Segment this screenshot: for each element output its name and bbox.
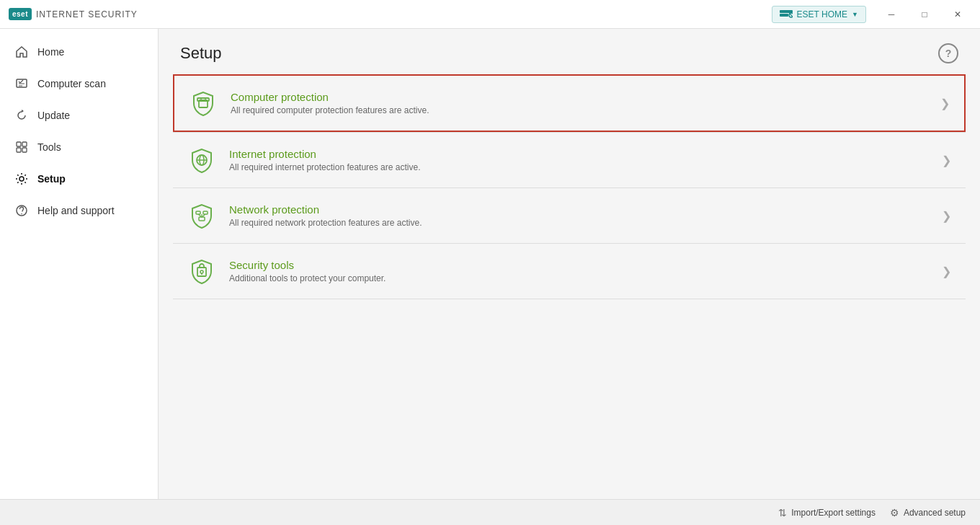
setup-items-list: Computer protection All required compute… xyxy=(159,74,980,299)
svg-point-11 xyxy=(21,213,22,215)
setup-item-security-text: Security tools Additional tools to prote… xyxy=(229,259,935,283)
help-circle-button[interactable]: ? xyxy=(938,43,958,63)
svg-point-9 xyxy=(19,177,24,181)
svg-line-3 xyxy=(790,14,793,17)
setup-item-network-title: Network protection xyxy=(229,203,935,216)
titlebar-left: eset INTERNET SECURITY xyxy=(9,8,138,20)
setup-item-computer-text: Computer protection All required compute… xyxy=(231,91,933,115)
svg-rect-20 xyxy=(196,211,200,214)
eset-logo: eset INTERNET SECURITY xyxy=(9,8,138,20)
tools-icon xyxy=(14,140,29,154)
computer-protection-arrow-icon: ❯ xyxy=(940,97,950,110)
shield-network-icon xyxy=(187,201,216,230)
sidebar-item-setup-label: Setup xyxy=(37,173,66,185)
sidebar-item-home-label: Home xyxy=(37,46,64,58)
import-export-label: Import/Export settings xyxy=(791,508,876,518)
setup-item-network-text: Network protection All required network … xyxy=(229,203,935,228)
svg-rect-7 xyxy=(17,148,21,152)
sidebar-item-scan-label: Computer scan xyxy=(37,78,106,89)
setup-item-security-desc: Additional tools to protect your compute… xyxy=(229,273,935,283)
content-header: Setup ? xyxy=(159,29,980,74)
eset-home-label: ESET HOME xyxy=(797,9,847,19)
svg-rect-5 xyxy=(17,142,21,146)
sidebar-item-tools[interactable]: Tools xyxy=(0,131,158,163)
import-export-button[interactable]: ⇅ Import/Export settings xyxy=(778,507,876,519)
network-protection-arrow-icon: ❯ xyxy=(942,209,951,223)
main-layout: Home Computer scan Update xyxy=(0,29,980,499)
internet-protection-arrow-icon: ❯ xyxy=(942,154,951,167)
setup-item-computer-protection[interactable]: Computer protection All required compute… xyxy=(173,74,966,132)
window-controls: ─ □ ✕ xyxy=(875,4,974,25)
setup-item-internet-protection[interactable]: Internet protection All required interne… xyxy=(173,133,966,188)
svg-rect-6 xyxy=(22,142,27,146)
titlebar: eset INTERNET SECURITY ESET HOME ▼ ─ □ ✕ xyxy=(0,0,980,29)
maximize-button[interactable]: □ xyxy=(908,4,941,25)
close-button[interactable]: ✕ xyxy=(941,4,974,25)
titlebar-right: ESET HOME ▼ ─ □ ✕ xyxy=(772,4,974,25)
update-icon xyxy=(14,108,29,123)
setup-item-computer-title: Computer protection xyxy=(231,91,933,103)
advanced-setup-label: Advanced setup xyxy=(904,508,966,518)
setup-item-network-desc: All required network protection features… xyxy=(229,218,935,228)
security-tools-arrow-icon: ❯ xyxy=(942,265,951,278)
eset-home-button[interactable]: ESET HOME ▼ xyxy=(772,6,866,23)
svg-point-26 xyxy=(200,270,203,273)
svg-rect-21 xyxy=(203,211,208,214)
sidebar-item-computer-scan[interactable]: Computer scan xyxy=(0,68,158,100)
logo-box: eset xyxy=(9,8,32,20)
sidebar-item-setup[interactable]: Setup xyxy=(0,163,158,195)
sidebar-item-help-label: Help and support xyxy=(37,205,115,216)
eset-home-icon xyxy=(780,10,793,19)
advanced-setup-icon: ⚙ xyxy=(890,507,899,519)
help-icon xyxy=(14,203,29,218)
sidebar-item-update-label: Update xyxy=(37,110,70,121)
sidebar-item-home[interactable]: Home xyxy=(0,36,158,68)
sidebar-item-help[interactable]: Help and support xyxy=(0,195,158,226)
shield-security-icon xyxy=(187,257,216,286)
sidebar-item-update[interactable]: Update xyxy=(0,100,158,131)
svg-rect-1 xyxy=(780,14,788,17)
setup-item-internet-text: Internet protection All required interne… xyxy=(229,148,935,172)
app-title: INTERNET SECURITY xyxy=(36,9,138,19)
page-title: Setup xyxy=(180,44,222,63)
advanced-setup-button[interactable]: ⚙ Advanced setup xyxy=(890,507,966,519)
setup-item-internet-title: Internet protection xyxy=(229,148,935,160)
svg-rect-25 xyxy=(197,268,206,276)
home-icon xyxy=(14,45,29,59)
scan-icon xyxy=(14,76,29,91)
setup-item-computer-desc: All required computer protection feature… xyxy=(231,105,933,115)
svg-rect-19 xyxy=(199,217,205,221)
content-area: Setup ? Computer protection All req xyxy=(159,29,980,499)
setup-item-security-title: Security tools xyxy=(229,259,935,271)
shield-computer-icon xyxy=(189,89,218,118)
setup-item-network-protection[interactable]: Network protection All required network … xyxy=(173,188,966,244)
sidebar-item-tools-label: Tools xyxy=(37,141,61,153)
import-export-icon: ⇅ xyxy=(778,507,787,519)
footer: ⇅ Import/Export settings ⚙ Advanced setu… xyxy=(0,499,980,525)
setup-item-security-tools[interactable]: Security tools Additional tools to prote… xyxy=(173,244,966,299)
sidebar: Home Computer scan Update xyxy=(0,29,159,499)
svg-rect-13 xyxy=(197,98,209,101)
minimize-button[interactable]: ─ xyxy=(875,4,908,25)
setup-item-internet-desc: All required internet protection feature… xyxy=(229,162,935,172)
dropdown-arrow-icon: ▼ xyxy=(852,11,858,18)
svg-rect-8 xyxy=(22,148,27,152)
setup-icon xyxy=(14,172,29,186)
shield-internet-icon xyxy=(187,146,216,175)
